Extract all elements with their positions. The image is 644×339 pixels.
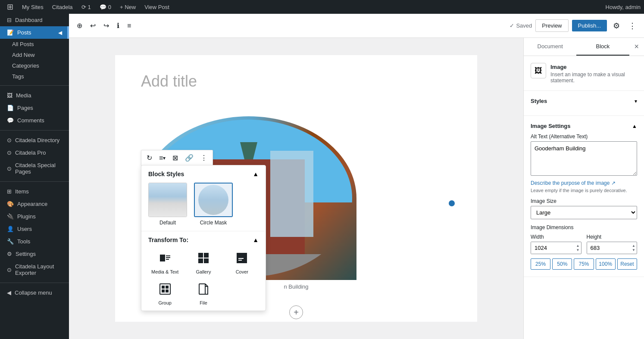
redo-button[interactable]: ↪ [101,19,112,32]
transform-media-text[interactable]: Media & Text [148,249,181,274]
publish-button[interactable]: Publish... [572,20,607,31]
sidebar-item-posts[interactable]: 📝 Posts ◀ [0,26,69,39]
add-block-button[interactable]: ⊕ [74,19,85,32]
block-type-icon: 🖼 [531,63,546,78]
height-up-button[interactable]: ▲ [631,244,636,248]
sidebar-item-tools[interactable]: 🔧 Tools [0,235,69,248]
transform-collapse-button[interactable]: ▲ [253,236,259,243]
sidebar-item-items[interactable]: ⊞ Items [0,185,69,198]
appearance-icon: 🎨 [7,201,14,207]
transform-to-title: Transform To: [148,236,188,243]
image-size-select[interactable]: Large Thumbnail Medium Full Size [531,206,637,219]
more-icon: ⋮ [200,154,207,162]
transform-file[interactable]: File [187,280,220,305]
sidebar-item-collapse[interactable]: ◀ Collapse menu [0,286,69,299]
preview-button[interactable]: Preview [535,19,568,32]
height-down-button[interactable]: ▼ [631,248,636,252]
width-up-button[interactable]: ▲ [576,244,580,248]
sidebar-item-citadela-dir[interactable]: ⊙ Citadela Directory [0,134,69,146]
style-option-circle-mask[interactable]: Circle Mask [194,183,233,226]
link-button[interactable]: 🔗 [182,152,196,164]
link-icon: 🔗 [185,154,194,162]
sidebar-subitem-all-posts[interactable]: All Posts [0,39,69,50]
panel-close-button[interactable]: × [629,38,644,56]
sidebar-item-users[interactable]: 👤 Users [0,223,69,235]
chevron-up-icon-2: ▲ [253,236,259,243]
sidebar-subitem-add-new[interactable]: Add New [0,50,69,60]
block-styles-collapse-button[interactable]: ▲ [253,171,259,177]
list-view-icon: ≡ [127,22,131,30]
updates-link[interactable]: ⟳ 1 [78,4,94,10]
sidebar-item-comments[interactable]: 💬 Comments [0,114,69,127]
sidebar-item-pages[interactable]: 📄 Pages [0,102,69,114]
info-icon: ℹ [117,22,119,30]
sidebar-item-citadela-exporter[interactable]: ⊙ Citadela Layout Exporter [0,260,69,279]
exporter-icon: ⊙ [7,267,12,273]
describe-purpose-link[interactable]: Describe the purpose of the image ↗ [531,180,637,186]
crop-button[interactable]: ⊠ [170,152,181,164]
group-icon [154,280,176,299]
svg-rect-1 [166,255,170,256]
sidebar-item-settings[interactable]: ⚙ Settings [0,248,69,260]
sidebar-divider-3 [0,181,69,182]
settings-button[interactable]: ⚙ [610,19,622,33]
more-options-button[interactable]: ⋮ [626,19,639,33]
panel-block-info: 🖼 Image Insert an image to make a visual… [524,56,644,91]
sidebar-item-media[interactable]: 🖼 Media [0,89,69,102]
tab-block[interactable]: Block [576,38,629,56]
svg-rect-13 [166,286,169,289]
post-title[interactable]: Add title [141,72,451,90]
comments-icon: 💬 [100,4,106,10]
more-block-options-button[interactable]: ⋮ [198,152,210,164]
comments-link[interactable]: 💬 0 [96,4,115,10]
reset-button[interactable]: Reset [617,258,637,270]
transform-group[interactable]: Group [148,280,181,305]
pct-25-button[interactable]: 25% [531,258,550,270]
undo-button[interactable]: ↩ [88,19,98,32]
svg-rect-9 [238,258,244,259]
pct-75-button[interactable]: 75% [574,258,594,270]
transform-gallery[interactable]: Gallery [187,249,220,274]
cover-label: Cover [236,269,248,274]
cover-icon [231,249,253,267]
sidebar-subitem-categories[interactable]: Categories [0,60,69,71]
sidebar-item-dashboard[interactable]: ⊟ Dashboard [0,14,69,26]
citadela-link[interactable]: Citadela [49,4,76,10]
my-sites-link[interactable]: My Sites [19,4,47,10]
block-styles-panel: Block Styles ▲ [141,165,266,311]
sidebar-item-appearance[interactable]: 🎨 Appearance [0,198,69,210]
view-post-link[interactable]: View Post [141,4,173,10]
right-panel-tabs: Document Block × [524,38,644,56]
pct-100-button[interactable]: 100% [596,258,616,270]
new-link[interactable]: + New [116,4,139,10]
width-input[interactable] [531,242,575,254]
svg-rect-11 [160,284,170,294]
users-label: Users [17,226,32,232]
image-settings-collapse-button[interactable]: ▲ [632,123,637,129]
transform-block-button[interactable]: ↻ [144,152,155,164]
sidebar-item-plugins[interactable]: 🔌 Plugins [0,210,69,223]
add-block-bottom-button[interactable]: + [289,305,303,319]
sidebar-item-citadela-pro[interactable]: ⊙ Citadela Pro [0,146,69,159]
admin-bar: ⊞ My Sites Citadela ⟳ 1 💬 0 + New View P… [0,0,644,14]
transform-cover[interactable]: Cover [225,249,259,274]
alignment-icon: ≡ [159,154,163,162]
sidebar-subitem-tags[interactable]: Tags [0,71,69,82]
default-style-label: Default [159,220,176,226]
alt-text-group: Alt Text (Alternative Text) Describe the… [531,134,637,193]
alignment-button[interactable]: ≡ ▾ [156,152,168,164]
style-option-default[interactable]: Default [148,183,187,226]
styles-collapse-button[interactable]: ▾ [635,98,637,104]
pct-50-button[interactable]: 50% [552,258,572,270]
info-button[interactable]: ℹ [114,19,122,32]
wp-logo-icon[interactable]: ⊞ [3,2,17,12]
image-resize-handle[interactable] [449,200,455,206]
tab-document[interactable]: Document [524,38,576,56]
sidebar-item-citadela-special[interactable]: ⊙ Citadela Special Pages [0,159,69,178]
height-input[interactable] [587,242,631,254]
percentage-buttons-row: 25% 50% 75% 100% Reset [531,258,637,270]
list-view-button[interactable]: ≡ [125,19,134,32]
alt-text-input[interactable] [531,141,637,176]
width-down-button[interactable]: ▼ [576,248,580,252]
posts-icon: 📝 [7,29,14,36]
